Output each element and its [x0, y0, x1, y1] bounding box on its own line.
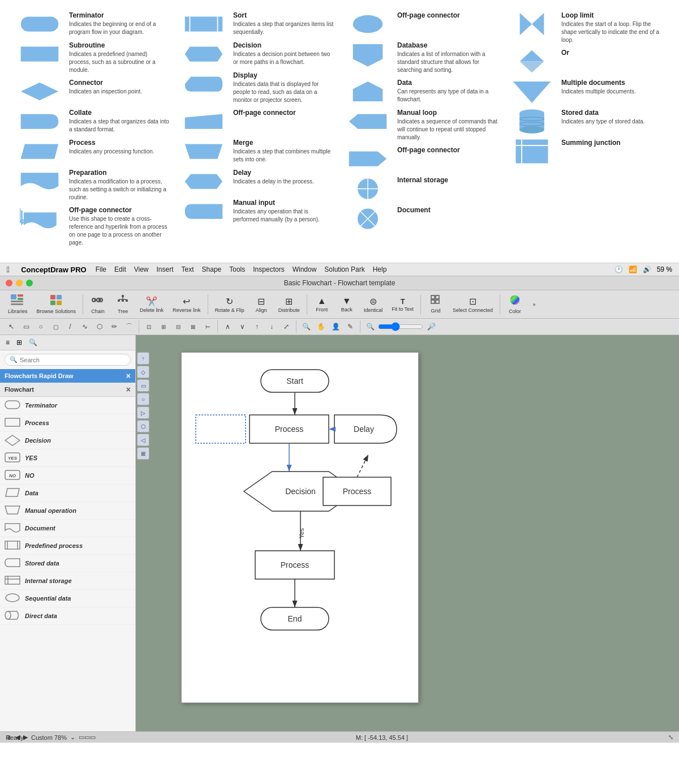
reverse-link-button[interactable]: ↩ Reverse link: [169, 294, 204, 315]
menu-insert[interactable]: Insert: [157, 265, 174, 273]
list-item-sequential[interactable]: Sequential data: [0, 590, 135, 607]
menu-edit[interactable]: Edit: [114, 265, 126, 273]
sidebar-search-btn[interactable]: 🔍: [27, 337, 40, 348]
canvas-tool-1[interactable]: ↑: [137, 352, 149, 365]
tool-x5[interactable]: ⊢: [201, 320, 214, 333]
library1-close[interactable]: ×: [126, 371, 131, 380]
tool-y5[interactable]: ⤢: [280, 320, 293, 333]
list-item-terminator[interactable]: Terminator: [0, 397, 135, 414]
minimize-button[interactable]: [16, 280, 23, 286]
fc-process3[interactable]: Process: [255, 551, 334, 579]
line-tool[interactable]: /: [63, 320, 77, 333]
tool-y2[interactable]: ∨: [235, 320, 249, 333]
front-button[interactable]: ▲ Front: [311, 294, 333, 314]
zoom-in-btn[interactable]: 🔎: [424, 320, 438, 333]
list-item-no[interactable]: NO NO: [0, 467, 135, 485]
zoom-out-btn[interactable]: 🔍: [363, 320, 377, 333]
canvas-tool-3[interactable]: ▭: [137, 379, 149, 392]
distribute-button[interactable]: ⊞ Distribute: [275, 294, 303, 315]
sidebar-grid-view[interactable]: ⊞: [14, 337, 24, 348]
canvas-tool-8[interactable]: ⊠: [137, 447, 149, 460]
fit-to-text-button[interactable]: T Fit to Text: [388, 295, 417, 314]
maximize-button[interactable]: [26, 280, 33, 286]
menu-file[interactable]: File: [96, 265, 106, 273]
tool-y4[interactable]: ↓: [265, 320, 278, 333]
rounded-rect-tool[interactable]: ▢: [49, 320, 62, 333]
zoom-slider[interactable]: [378, 323, 423, 331]
tool-x2[interactable]: ⊞: [157, 320, 170, 333]
list-item-internal-storage[interactable]: Internal storage: [0, 572, 135, 590]
fc-end[interactable]: End: [261, 607, 329, 630]
fc-process1[interactable]: Process: [250, 415, 329, 443]
list-item-yes[interactable]: YES YES: [0, 449, 135, 467]
connect-tool[interactable]: ⌒: [122, 320, 136, 333]
list-item-direct-data[interactable]: Direct data: [0, 607, 135, 625]
menu-window[interactable]: Window: [293, 265, 317, 273]
tool-z2[interactable]: ✋: [314, 320, 328, 333]
menu-text[interactable]: Text: [182, 265, 194, 273]
identical-button[interactable]: ⊜ Identical: [360, 294, 386, 315]
select-tool[interactable]: ↖: [5, 320, 18, 333]
align-button[interactable]: ⊟ Align: [250, 294, 273, 315]
list-item-document[interactable]: Document: [0, 520, 135, 537]
grid-button[interactable]: Grid: [424, 293, 447, 315]
menu-shape[interactable]: Shape: [202, 265, 222, 273]
tool-x3[interactable]: ⊟: [171, 320, 185, 333]
page-fwd-btn[interactable]: ▶: [23, 734, 28, 741]
canvas-tool-7[interactable]: ◁: [137, 434, 149, 446]
menu-tools[interactable]: Tools: [229, 265, 245, 273]
zoom-chevron[interactable]: ⌄: [70, 734, 75, 741]
curve-tool[interactable]: ∿: [78, 320, 92, 333]
fc-start[interactable]: Start: [261, 370, 329, 392]
menu-inspectors[interactable]: Inspectors: [253, 265, 284, 273]
rotate-flip-button[interactable]: ↻ Rotate & Flip: [212, 294, 248, 315]
chain-button[interactable]: Chain: [87, 293, 109, 316]
list-item-data[interactable]: Data: [0, 485, 135, 502]
canvas-tool-4[interactable]: ○: [137, 393, 149, 405]
tool-x4[interactable]: ⊠: [186, 320, 200, 333]
fc-delay[interactable]: Delay: [334, 415, 397, 443]
libraries-button[interactable]: Libraries: [5, 293, 31, 316]
menu-view[interactable]: View: [134, 265, 149, 273]
canvas-tool-2[interactable]: ◇: [137, 366, 149, 378]
fc-process2[interactable]: Process: [323, 477, 391, 505]
zoom-display[interactable]: Custom 78%: [31, 734, 67, 741]
canvas-area[interactable]: ↑ ◇ ▭ ○ ▷ ⬡ ◁ ⊠ Start: [136, 335, 679, 731]
list-item-process[interactable]: Process: [0, 414, 135, 432]
tool-y1[interactable]: ∧: [221, 320, 234, 333]
color-button[interactable]: Color: [504, 293, 526, 316]
poly-tool[interactable]: ⬡: [93, 320, 106, 333]
ellipse-tool[interactable]: ○: [34, 320, 48, 333]
list-item-stored-data[interactable]: Stored data: [0, 555, 135, 572]
tool-x1[interactable]: ⊡: [142, 320, 156, 333]
menu-solution-park[interactable]: Solution Park: [324, 265, 364, 273]
sidebar-list-view[interactable]: ≡: [3, 337, 12, 348]
browse-solutions-button[interactable]: Browse Solutions: [33, 293, 80, 316]
tree-button[interactable]: Tree: [111, 293, 134, 316]
select-connected-button[interactable]: ⊡ Select Connected: [449, 294, 496, 315]
ref-connector: Off-page connector: [345, 11, 498, 37]
list-item-decision[interactable]: Decision: [0, 432, 135, 449]
more-tools-button[interactable]: »: [528, 300, 540, 309]
svg-marker-23: [520, 13, 532, 35]
flowchart-svg: Start Process Delay: [193, 358, 408, 687]
tool-z3[interactable]: 👤: [329, 320, 342, 333]
list-item-predefined[interactable]: Predefined process: [0, 537, 135, 555]
search-input[interactable]: [20, 357, 126, 363]
canvas-tool-6[interactable]: ⬡: [137, 420, 149, 432]
list-direct-data-icon: [5, 610, 20, 622]
list-item-manual-op[interactable]: Manual operation: [0, 502, 135, 520]
pen-tool[interactable]: ✏: [108, 320, 121, 333]
svg-marker-65: [5, 435, 20, 445]
tool-z1[interactable]: 🔍: [299, 320, 313, 333]
tool-y3[interactable]: ↑: [250, 320, 264, 333]
back-button[interactable]: ▼ Back: [336, 294, 358, 314]
delete-link-button[interactable]: ✂️ Delete link: [136, 294, 167, 315]
rect-tool[interactable]: ▭: [19, 320, 33, 333]
library2-close[interactable]: ×: [126, 385, 131, 394]
page-layout-icons: ▭▭▭: [79, 734, 96, 741]
close-button[interactable]: [6, 280, 12, 286]
menu-help[interactable]: Help: [373, 265, 387, 273]
tool-z4[interactable]: ✎: [343, 320, 357, 333]
canvas-tool-5[interactable]: ▷: [137, 406, 149, 419]
